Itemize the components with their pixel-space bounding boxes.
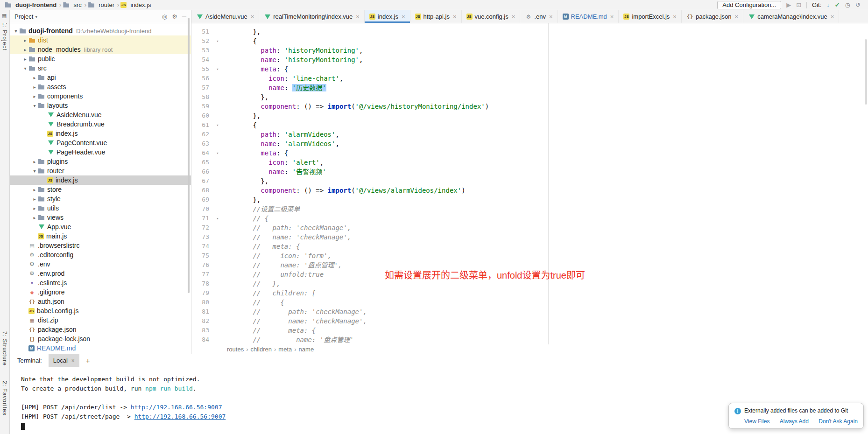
chevron-down-icon[interactable]: ▾ (31, 103, 38, 108)
tree-item[interactable]: ▾layouts (10, 101, 191, 110)
tree-item[interactable]: {}auth.json (10, 297, 191, 306)
chevron-down-icon[interactable]: ▾ (13, 28, 19, 34)
tab-close-icon[interactable]: × (673, 13, 677, 20)
tree-item[interactable]: App.vue (10, 222, 191, 231)
tree-item[interactable]: ▸plugins (10, 157, 191, 166)
tab-close-icon[interactable]: × (251, 13, 254, 20)
editor-tab[interactable]: cameraManage\index.vue× (743, 10, 839, 23)
chevron-right-icon[interactable]: ▸ (22, 38, 28, 43)
stripe-project-button[interactable]: 1: Project (1, 22, 8, 51)
chevron-right-icon[interactable]: ▸ (31, 196, 38, 202)
fold-marker-icon[interactable]: ▾ (214, 120, 221, 130)
editor-tab[interactable]: JShttp-api.js× (410, 10, 462, 23)
tree-item[interactable]: ▸style (10, 194, 191, 203)
fold-marker-icon[interactable]: ▾ (214, 148, 221, 158)
chevron-right-icon[interactable]: ▸ (22, 47, 28, 52)
editor-scrollbar[interactable] (865, 39, 867, 105)
tree-item[interactable]: ⚙.env (10, 259, 191, 269)
project-scrollbar[interactable] (188, 18, 190, 293)
tree-item[interactable]: AsideMenu.vue (10, 110, 191, 119)
editor-breadcrumb-item[interactable]: children (250, 346, 272, 353)
notification-action[interactable]: View Files (744, 418, 769, 425)
tab-close-icon[interactable]: × (735, 13, 739, 20)
editor-code-area[interactable]: 51 },52▾ {53 path: 'historyMonitoring',5… (191, 23, 868, 344)
editor-tab[interactable]: JSindex.js× (365, 10, 410, 23)
chevron-right-icon[interactable]: ▸ (31, 84, 38, 90)
tree-item[interactable]: ▾src (10, 63, 191, 73)
git-commit-icon[interactable]: ✔ (835, 2, 840, 8)
fold-marker-icon[interactable]: ▾ (214, 214, 221, 223)
tree-item[interactable]: JSindex.js (10, 129, 191, 138)
tree-item[interactable]: ▸store (10, 185, 191, 194)
tree-item[interactable]: {}package-lock.json (10, 334, 191, 343)
tree-item[interactable]: ▸node_moduleslibrary root (10, 45, 191, 54)
chevron-right-icon[interactable]: ▸ (31, 206, 38, 211)
chevron-right-icon[interactable]: ▸ (31, 94, 38, 99)
tab-close-icon[interactable]: × (831, 13, 834, 20)
tree-item[interactable]: ▸api (10, 73, 191, 82)
stripe-favorites-button[interactable]: 2: Favorites (1, 381, 8, 416)
chevron-right-icon[interactable]: ▸ (31, 215, 38, 220)
tree-item[interactable]: MREADME.md (10, 343, 191, 353)
chevron-right-icon[interactable]: ▸ (31, 75, 38, 80)
add-configuration-button[interactable]: Add Configuration... (717, 1, 781, 9)
tree-item[interactable]: ⚙.env.prod (10, 269, 191, 278)
fold-marker-icon[interactable]: ▾ (214, 64, 221, 74)
tree-item[interactable]: ▸public (10, 54, 191, 63)
notification-action[interactable]: Don't Ask Again (819, 418, 858, 425)
editor-tab[interactable]: ⚙.env× (520, 10, 557, 23)
editor-tab[interactable]: realTimeMonitoring\index.vue× (259, 10, 365, 23)
git-update-icon[interactable]: ↓ (826, 2, 830, 8)
chevron-down-icon[interactable]: ▾ (31, 168, 38, 174)
tab-close-icon[interactable]: × (402, 13, 405, 20)
hide-panel-icon[interactable]: ─ (182, 13, 186, 20)
tree-item[interactable]: JSbabel.config.js (10, 306, 191, 315)
tree-item[interactable]: JSmain.js (10, 231, 191, 241)
tree-item[interactable]: ▸dist (10, 35, 191, 45)
tab-close-icon[interactable]: × (610, 13, 614, 20)
locate-icon[interactable]: ◎ (162, 13, 167, 20)
editor-tab[interactable]: {}package.json× (682, 10, 743, 23)
chevron-right-icon[interactable]: ▸ (31, 159, 38, 164)
new-terminal-button[interactable]: + (86, 357, 90, 364)
tree-item[interactable]: ▸assets (10, 82, 191, 91)
tree-item[interactable]: ◆.gitignore (10, 287, 191, 297)
tree-item[interactable]: PageContent.vue (10, 138, 191, 147)
editor-tab[interactable]: MREADME.md× (558, 10, 619, 23)
tree-item[interactable]: PageHeader.vue (10, 147, 191, 157)
tree-item[interactable]: ▸components (10, 91, 191, 101)
terminal-link[interactable]: http://192.168.66.56:9007 (131, 404, 222, 411)
tree-item[interactable]: JSindex.js (10, 175, 191, 185)
editor-tab[interactable]: JSvue.config.js× (462, 10, 521, 23)
tab-close-icon[interactable]: × (356, 13, 360, 20)
close-icon[interactable]: × (71, 357, 75, 364)
debug-icon[interactable]: ⊡ (796, 2, 801, 8)
terminal-link[interactable]: http://192.168.66.56:9007 (134, 413, 226, 420)
tree-item[interactable]: ▾duoji-frontendD:\zheheWeb\duoji-fronten… (10, 26, 191, 35)
breadcrumb-item[interactable]: src (73, 1, 81, 8)
chevron-right-icon[interactable]: ▸ (22, 56, 28, 62)
tree-item[interactable]: ▾router (10, 166, 191, 175)
tree-item[interactable]: ▦dist.zip (10, 315, 191, 325)
chevron-right-icon[interactable]: ▸ (31, 187, 38, 192)
breadcrumb-item[interactable]: router (99, 1, 114, 8)
tab-close-icon[interactable]: × (453, 13, 457, 20)
editor-breadcrumb-item[interactable]: meta (278, 346, 292, 353)
history-icon[interactable]: ◷ (845, 2, 850, 8)
tree-item[interactable]: Breadcrumb.vue (10, 119, 191, 129)
tab-close-icon[interactable]: × (549, 13, 553, 20)
editor-tab[interactable]: AsideMenu.vue× (191, 10, 259, 23)
notification-action[interactable]: Always Add (780, 418, 809, 425)
stripe-structure-button[interactable]: 7: Structure (1, 331, 8, 366)
tree-item[interactable]: ▤.browserslistrc (10, 241, 191, 250)
chevron-down-icon[interactable]: ▾ (22, 66, 28, 71)
editor-breadcrumb-item[interactable]: routes (227, 346, 244, 353)
fold-marker-icon[interactable]: ▾ (214, 36, 221, 46)
editor-breadcrumb-item[interactable]: name (299, 346, 314, 353)
breadcrumb-item[interactable]: duoji-frontend (15, 1, 56, 8)
terminal-tab-local[interactable]: Local × (49, 354, 79, 367)
tree-item[interactable]: ▸utils (10, 203, 191, 213)
tree-item[interactable]: ⚙.editorconfig (10, 250, 191, 259)
tree-item[interactable]: {}package.json (10, 325, 191, 334)
editor-tab[interactable]: JSimportExcel.js× (619, 10, 682, 23)
